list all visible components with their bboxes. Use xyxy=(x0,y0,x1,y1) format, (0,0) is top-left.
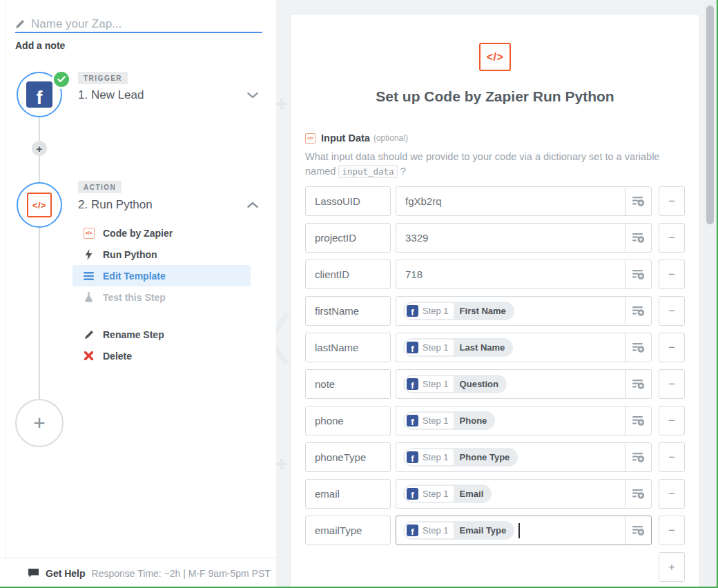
chevron-down-icon[interactable] xyxy=(247,91,262,99)
menu-item-label: Delete xyxy=(103,351,132,362)
step-field-pill[interactable]: f Step 1 Phone xyxy=(403,411,495,430)
key-input[interactable] xyxy=(305,516,391,545)
trigger-step-title: 1. New Lead xyxy=(78,88,144,102)
value-input[interactable]: f Step 1 Phone xyxy=(396,406,652,435)
menu-item-test-this-step[interactable]: Test this Step xyxy=(72,286,251,308)
get-help-link[interactable]: Get Help xyxy=(46,568,86,579)
response-time-text: Response Time: ~2h | M-F 9am-5pm PST xyxy=(92,568,271,579)
insert-field-button[interactable] xyxy=(625,406,651,435)
scrollbar-thumb[interactable] xyxy=(706,6,714,224)
add-input-row-button[interactable]: + xyxy=(659,552,685,582)
key-input[interactable] xyxy=(305,369,391,399)
insert-step-button[interactable]: + xyxy=(32,141,47,156)
value-input[interactable]: f 718 xyxy=(396,259,652,289)
step-connector xyxy=(39,228,40,400)
remove-row-button[interactable]: − xyxy=(659,406,685,435)
input-data-row: f Step 1 Email Type − xyxy=(305,516,685,545)
key-input[interactable] xyxy=(305,223,391,253)
input-data-row: f Step 1 Last Name − xyxy=(305,333,685,362)
action-step-menu: </> Code by Zapier Run Python E xyxy=(72,222,251,366)
remove-row-button[interactable]: − xyxy=(659,223,685,253)
key-input[interactable] xyxy=(305,442,391,472)
background-plus-glyph: + xyxy=(275,92,288,115)
remove-row-button[interactable]: − xyxy=(659,259,685,289)
insert-fields-icon xyxy=(632,196,645,206)
facebook-icon: f xyxy=(407,415,418,427)
pencil-icon xyxy=(83,330,95,340)
scrollbar-track[interactable] xyxy=(704,0,717,588)
trigger-step-circle[interactable]: f xyxy=(17,72,62,117)
remove-row-button[interactable]: − xyxy=(659,516,685,545)
add-note-link[interactable]: Add a note xyxy=(15,40,65,51)
remove-row-button[interactable]: − xyxy=(659,369,685,399)
step-field-pill[interactable]: f Step 1 Email xyxy=(403,484,492,503)
insert-field-button[interactable] xyxy=(625,480,651,508)
pill-step-label: Step 1 xyxy=(423,379,449,389)
remove-row-button[interactable]: − xyxy=(659,333,685,362)
facebook-icon: f xyxy=(26,81,52,108)
zap-name-input[interactable] xyxy=(31,17,262,31)
action-step-circle[interactable]: </> xyxy=(17,182,62,228)
key-input[interactable] xyxy=(305,479,391,509)
step-chip: f Step 1 xyxy=(405,486,454,502)
insert-field-button[interactable] xyxy=(625,516,651,545)
step-field-pill[interactable]: f Step 1 Question xyxy=(403,375,507,393)
add-step-button[interactable]: + xyxy=(15,399,64,447)
insert-field-button[interactable] xyxy=(625,187,651,215)
value-input[interactable]: f Step 1 Phone Type xyxy=(396,442,652,472)
facebook-icon: f xyxy=(407,525,418,536)
insert-field-button[interactable] xyxy=(625,370,651,398)
value-input[interactable]: f Step 1 Last Name xyxy=(396,333,652,362)
insert-field-button[interactable] xyxy=(625,443,651,471)
remove-row-button[interactable]: − xyxy=(659,186,685,216)
optional-tag: (optional) xyxy=(373,133,408,143)
value-input[interactable]: f Step 1 Question xyxy=(396,369,652,399)
value-input[interactable]: f Step 1 First Name xyxy=(396,296,652,326)
code-icon: </> xyxy=(83,228,95,239)
input-data-row: f Step 1 Email − xyxy=(305,479,685,509)
key-input[interactable] xyxy=(305,406,391,435)
insert-field-button[interactable] xyxy=(625,297,651,325)
facebook-icon: f xyxy=(407,342,418,353)
menu-item-delete[interactable]: Delete xyxy=(72,345,251,366)
key-input[interactable] xyxy=(305,333,391,362)
action-step-header[interactable]: 2. Run Python xyxy=(78,198,262,212)
flask-icon xyxy=(83,292,95,302)
key-input[interactable] xyxy=(305,186,391,216)
menu-item-code-by-zapier[interactable]: </> Code by Zapier xyxy=(72,222,251,244)
remove-row-button[interactable]: − xyxy=(659,442,685,472)
remove-row-button[interactable]: − xyxy=(659,296,685,326)
input-rows: f fgXb2rq − f xyxy=(305,186,685,545)
step-field-pill[interactable]: f Step 1 Last Name xyxy=(403,338,513,357)
insert-field-button[interactable] xyxy=(625,260,651,288)
menu-item-rename-step[interactable]: Rename Step xyxy=(72,324,251,345)
trigger-step-header[interactable]: 1. New Lead xyxy=(78,88,262,102)
value-input[interactable]: f 3329 xyxy=(396,223,652,253)
insert-fields-icon xyxy=(632,379,645,389)
step-chip: f Step 1 xyxy=(405,449,454,465)
step-field-pill[interactable]: f Step 1 First Name xyxy=(403,302,514,320)
input-data-row: f Step 1 Phone − xyxy=(305,406,685,435)
step-field-pill[interactable]: f Step 1 Phone Type xyxy=(403,448,518,467)
menu-item-run-python[interactable]: Run Python xyxy=(72,244,251,265)
section-description: What input data should we provide to you… xyxy=(305,150,685,179)
facebook-icon: f xyxy=(407,488,418,500)
chevron-up-icon[interactable] xyxy=(247,201,262,209)
value-input[interactable]: f Step 1 Email xyxy=(396,479,652,509)
value-input[interactable]: f fgXb2rq xyxy=(396,186,652,216)
insert-field-button[interactable] xyxy=(625,333,651,362)
menu-item-edit-template[interactable]: Edit Template xyxy=(72,265,251,286)
insert-fields-icon xyxy=(632,306,645,316)
value-input[interactable]: f Step 1 Email Type xyxy=(396,516,652,545)
pill-step-label: Step 1 xyxy=(423,415,449,426)
step-field-pill[interactable]: f Step 1 Email Type xyxy=(403,521,514,540)
key-input[interactable] xyxy=(305,259,391,289)
remove-row-button[interactable]: − xyxy=(659,479,685,509)
step-chip: f Step 1 xyxy=(405,413,454,429)
chat-bubble-icon xyxy=(28,568,39,578)
sidebar: Add a note f TRIGGER 1. New Lead + </> A… xyxy=(0,0,276,588)
zap-name-field[interactable] xyxy=(15,17,262,33)
insert-field-button[interactable] xyxy=(625,224,651,252)
background-plus-glyph: + xyxy=(275,452,288,476)
key-input[interactable] xyxy=(305,296,391,326)
